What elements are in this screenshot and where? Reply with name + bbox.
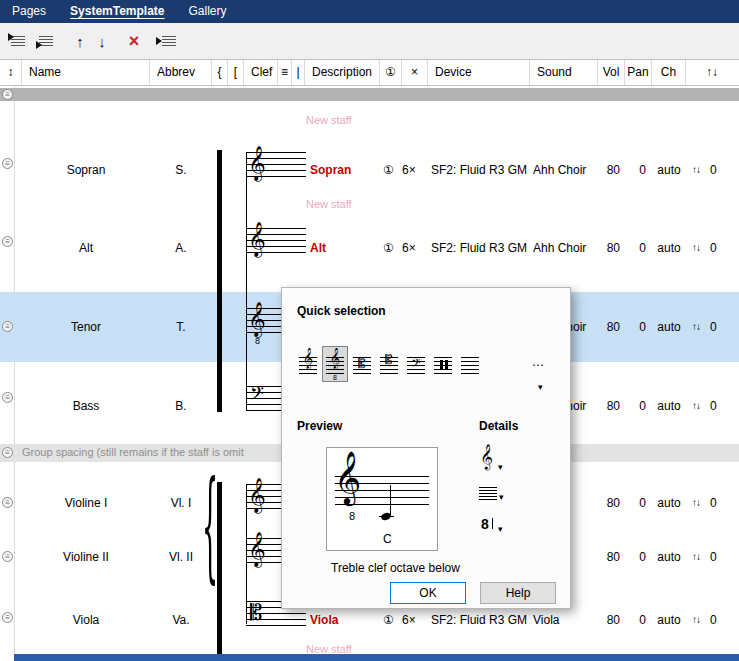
column-bracket[interactable]: [ <box>228 60 244 85</box>
pan-value[interactable]: 0 <box>625 612 646 628</box>
delete-staff-button[interactable]: × <box>124 31 144 51</box>
sound-value[interactable]: Ahh Choir <box>533 240 586 256</box>
staff-abbrev[interactable]: T. <box>150 319 212 335</box>
new-staff-hint[interactable]: New staff <box>306 114 352 126</box>
channel-value[interactable]: auto <box>652 240 686 256</box>
vol-value[interactable]: 80 <box>598 612 620 628</box>
column-abbrev[interactable]: Abbrev <box>150 60 212 85</box>
ok-button[interactable]: OK <box>390 582 466 604</box>
column-sound[interactable]: Sound <box>530 60 598 85</box>
tab-gallery[interactable]: Gallery <box>177 0 239 23</box>
staff-abbrev[interactable]: Vl. I <box>150 495 212 511</box>
insert-staff-before-button[interactable] <box>8 31 28 51</box>
octave-dropdown[interactable]: 8 <box>481 516 489 532</box>
staff-lines-dropdown[interactable] <box>479 487 497 500</box>
clef-option-percussion[interactable] <box>430 346 456 382</box>
column-transpose-icon[interactable]: ↑↓ <box>686 60 738 85</box>
staff-description[interactable]: Sopran <box>310 162 351 178</box>
staff-abbrev[interactable]: A. <box>150 240 212 256</box>
staff-count[interactable]: 6× <box>402 162 416 178</box>
staff-handle-icon[interactable]: ≡ <box>2 392 13 403</box>
satb-bracket[interactable] <box>217 150 222 412</box>
chevron-down-icon[interactable]: ▾ <box>538 382 543 392</box>
clef-option-none[interactable] <box>457 346 483 382</box>
staff-name[interactable]: Viola <box>22 612 150 628</box>
transpose-value[interactable]: 0 <box>710 398 717 414</box>
clef-type-dropdown[interactable]: 𝄞 <box>480 446 493 468</box>
staff-name[interactable]: Violine II <box>22 549 150 565</box>
staff-abbrev[interactable]: Va. <box>150 612 212 628</box>
vol-value[interactable]: 80 <box>598 240 620 256</box>
column-times[interactable]: × <box>402 60 428 85</box>
clef-option-bass[interactable]: 𝄢 <box>403 346 429 382</box>
column-device[interactable]: Device <box>428 60 530 85</box>
column-name[interactable]: Name <box>22 60 150 85</box>
channel-value[interactable]: auto <box>652 549 686 565</box>
transpose-value[interactable]: 0 <box>710 162 717 178</box>
sound-value[interactable]: Viola <box>533 612 559 628</box>
column-pan[interactable]: Pan <box>625 60 652 85</box>
staff-description[interactable]: Viola <box>310 612 338 628</box>
staff-description[interactable]: Alt <box>310 240 326 256</box>
channel-value[interactable]: auto <box>652 495 686 511</box>
channel-value[interactable]: auto <box>652 162 686 178</box>
vol-value[interactable]: 80 <box>598 495 620 511</box>
column-brace[interactable]: { <box>212 60 228 85</box>
staff-count[interactable]: 6× <box>402 612 416 628</box>
move-staff-up-button[interactable]: ↑ <box>70 31 90 51</box>
row-height-icon[interactable]: ↕ <box>0 60 22 85</box>
staff-handle-icon[interactable]: ≡ <box>2 236 13 247</box>
pan-value[interactable]: 0 <box>625 398 646 414</box>
staff-abbrev[interactable]: S. <box>150 162 212 178</box>
clef-option-treble[interactable]: 𝄞 <box>295 346 321 382</box>
staff-name[interactable]: Bass <box>22 398 150 414</box>
pan-value[interactable]: 0 <box>625 240 646 256</box>
staff-handle-icon[interactable]: ≡ <box>2 497 13 508</box>
staff-abbrev[interactable]: Vl. II <box>150 549 212 565</box>
info-icon[interactable]: ① <box>383 612 394 628</box>
vol-value[interactable]: 80 <box>598 319 620 335</box>
transpose-value[interactable]: 0 <box>710 319 717 335</box>
pan-value[interactable]: 0 <box>625 549 646 565</box>
new-staff-hint[interactable]: New staff <box>306 198 352 210</box>
staff-abbrev[interactable]: B. <box>150 398 212 414</box>
staff-handle-icon[interactable]: ≡ <box>2 551 13 562</box>
column-ch[interactable]: Ch <box>652 60 686 85</box>
group-handle-icon[interactable]: ≡ <box>2 89 13 100</box>
pan-value[interactable]: 0 <box>625 319 646 335</box>
vol-value[interactable]: 80 <box>598 549 620 565</box>
column-vol[interactable]: Vol <box>598 60 625 85</box>
chevron-down-icon[interactable]: ▾ <box>498 524 503 534</box>
transpose-value[interactable]: 0 <box>710 549 717 565</box>
pan-value[interactable]: 0 <box>625 162 646 178</box>
tab-pages[interactable]: Pages <box>0 0 58 23</box>
chevron-down-icon[interactable]: ▾ <box>498 462 503 472</box>
channel-value[interactable]: auto <box>652 612 686 628</box>
device-value[interactable]: SF2: Fluid R3 GM <box>431 162 527 178</box>
transpose-value[interactable]: 0 <box>710 495 717 511</box>
staff-name[interactable]: Violine I <box>22 495 150 511</box>
edit-staff-button[interactable] <box>156 31 176 51</box>
column-staff-lines-icon[interactable]: ≡ <box>278 60 292 85</box>
move-staff-down-button[interactable]: ↓ <box>92 31 112 51</box>
help-button[interactable]: Help <box>480 582 556 604</box>
column-info-icon[interactable]: ① <box>380 60 402 85</box>
staff-handle-icon[interactable]: ≡ <box>2 612 13 623</box>
chevron-down-icon[interactable]: ▾ <box>499 492 504 502</box>
sound-value[interactable]: Ahh Choir <box>533 162 586 178</box>
device-value[interactable]: SF2: Fluid R3 GM <box>431 612 527 628</box>
transpose-value[interactable]: 0 <box>710 240 717 256</box>
staff-handle-icon[interactable]: ≡ <box>2 158 13 169</box>
pan-value[interactable]: 0 <box>625 495 646 511</box>
column-clef[interactable]: Clef <box>244 60 278 85</box>
staff-count[interactable]: 6× <box>402 240 416 256</box>
clef-option-alto[interactable]: 𝄡 <box>349 346 375 382</box>
info-icon[interactable]: ① <box>383 240 394 256</box>
channel-value[interactable]: auto <box>652 398 686 414</box>
staff-name[interactable]: Sopran <box>22 162 150 178</box>
clef-option-tenor[interactable]: 𝄡 <box>376 346 402 382</box>
info-icon[interactable]: ① <box>383 162 394 178</box>
column-description[interactable]: Description <box>305 60 380 85</box>
group-separator-band[interactable] <box>0 88 739 101</box>
staff-handle-icon[interactable]: ≡ <box>2 321 13 332</box>
